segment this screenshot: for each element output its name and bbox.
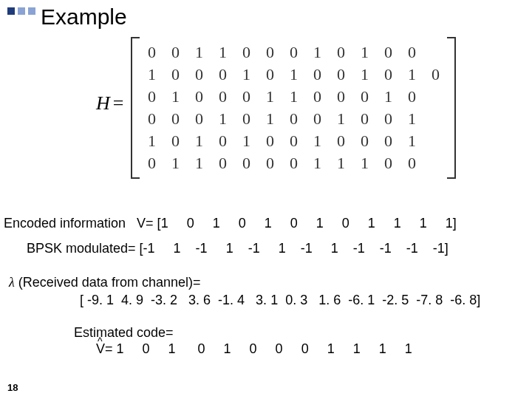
lambda-text: (Received data from channel)= bbox=[18, 275, 201, 290]
matrix-cell: 1 bbox=[187, 152, 211, 174]
equals-sign: = bbox=[113, 92, 124, 114]
matrix-cell: 0 bbox=[187, 86, 211, 108]
matrix-cell: 0 bbox=[140, 86, 163, 108]
matrix-row: 010001100010 bbox=[140, 86, 447, 108]
matrix-cell: 0 bbox=[163, 64, 187, 86]
matrix-row: 1000101001010 bbox=[140, 64, 447, 86]
matrix-cell: 1 bbox=[211, 108, 234, 130]
matrix-cell: 0 bbox=[376, 108, 400, 130]
matrix-cell: 0 bbox=[187, 108, 211, 130]
slide-title: Example bbox=[41, 4, 127, 30]
matrix-row: 011000011100 bbox=[140, 152, 447, 174]
matrix-cell: 1 bbox=[258, 86, 282, 108]
matrix-cell: 0 bbox=[282, 130, 305, 152]
matrix-cell: 1 bbox=[211, 41, 234, 64]
matrix-cell: 1 bbox=[352, 41, 376, 64]
matrix-cell: 0 bbox=[211, 130, 234, 152]
matrix-cell: 0 bbox=[329, 86, 352, 108]
matrix-equation: H= 0011000101001000101001010010001100010… bbox=[96, 37, 456, 179]
matrix-cell: 1 bbox=[258, 108, 282, 130]
matrix-cell: 0 bbox=[305, 64, 329, 86]
matrix-cell: 0 bbox=[211, 86, 234, 108]
matrix-cell: 1 bbox=[163, 152, 187, 174]
matrix-cell: 0 bbox=[163, 41, 187, 64]
matrix-cell: 0 bbox=[352, 130, 376, 152]
matrix-brackets: 0011000101001000101001010010001100010000… bbox=[131, 37, 456, 179]
matrix-cell: 1 bbox=[400, 64, 423, 86]
matrix-cell: 0 bbox=[423, 64, 447, 86]
encoded-info-line: Encoded information V= [1 0 1 0 1 0 1 0 … bbox=[4, 216, 457, 231]
matrix-cell: 0 bbox=[211, 152, 234, 174]
matrix-cell: 1 bbox=[329, 108, 352, 130]
matrix-cell: 1 bbox=[305, 130, 329, 152]
matrix-cell: 1 bbox=[329, 152, 352, 174]
matrix-cell: 0 bbox=[305, 86, 329, 108]
matrix-h: 0011000101001000101001010010001100010000… bbox=[140, 41, 447, 174]
title-bullets bbox=[7, 7, 35, 15]
matrix-cell: 1 bbox=[400, 130, 423, 152]
matrix-cell: 1 bbox=[187, 130, 211, 152]
matrix-cell: 0 bbox=[352, 86, 376, 108]
lambda-symbol: λ bbox=[9, 275, 15, 290]
bullet-square-light bbox=[18, 7, 25, 15]
matrix-cell: 1 bbox=[163, 86, 187, 108]
matrix-cell: 1 bbox=[140, 130, 163, 152]
matrix-cell: 0 bbox=[282, 152, 305, 174]
matrix-cell: 0 bbox=[258, 152, 282, 174]
bullet-square-dark bbox=[7, 7, 15, 15]
matrix-cell: 0 bbox=[376, 130, 400, 152]
matrix-cell: 1 bbox=[234, 130, 258, 152]
matrix-cell: 0 bbox=[163, 130, 187, 152]
lambda-values-line: [ -9. 1 4. 9 -3. 2 3. 6 -1. 4 3. 1 0. 3 … bbox=[80, 293, 480, 308]
matrix-cell: 0 bbox=[211, 64, 234, 86]
matrix-cell: 1 bbox=[400, 108, 423, 130]
matrix-cell: 0 bbox=[329, 41, 352, 64]
estimated-code-label: Estimated code= bbox=[74, 325, 174, 341]
matrix-cell: 0 bbox=[140, 152, 163, 174]
matrix-cell: 0 bbox=[282, 41, 305, 64]
matrix-cell: 0 bbox=[234, 86, 258, 108]
estimated-code-values: V= 1 0 1 0 1 0 0 0 1 1 1 1 bbox=[96, 341, 412, 357]
matrix-cell: 1 bbox=[352, 152, 376, 174]
matrix-label: H= bbox=[96, 92, 123, 115]
page-number: 18 bbox=[7, 382, 18, 393]
matrix-cell: 1 bbox=[282, 86, 305, 108]
matrix-row: 001100010100 bbox=[140, 41, 447, 64]
matrix-cell: 1 bbox=[234, 64, 258, 86]
lambda-label-line: λ (Received data from channel)= bbox=[9, 275, 200, 290]
matrix-cell: 1 bbox=[352, 64, 376, 86]
matrix-cell: 0 bbox=[140, 41, 163, 64]
matrix-cell: 1 bbox=[187, 41, 211, 64]
matrix-cell: 0 bbox=[187, 64, 211, 86]
matrix-row: 101010010001 bbox=[140, 130, 447, 152]
matrix-cell: 0 bbox=[305, 108, 329, 130]
bpsk-modulated-line: BPSK modulated= [-1 1 -1 1 -1 1 -1 1 -1 … bbox=[27, 241, 449, 256]
matrix-cell: 0 bbox=[329, 130, 352, 152]
matrix-cell: 0 bbox=[400, 152, 423, 174]
bullet-square-light bbox=[28, 7, 35, 15]
matrix-cell: 0 bbox=[234, 41, 258, 64]
matrix-cell: 0 bbox=[234, 152, 258, 174]
matrix-cell: 0 bbox=[282, 108, 305, 130]
matrix-symbol: H bbox=[96, 92, 110, 114]
matrix-cell: 0 bbox=[329, 64, 352, 86]
matrix-cell: 1 bbox=[305, 41, 329, 64]
matrix-cell: 0 bbox=[140, 108, 163, 130]
matrix-cell: 1 bbox=[282, 64, 305, 86]
matrix-cell: 0 bbox=[352, 108, 376, 130]
matrix-row: 000101001001 bbox=[140, 108, 447, 130]
matrix-cell: 0 bbox=[258, 64, 282, 86]
matrix-cell: 0 bbox=[163, 108, 187, 130]
matrix-cell: 1 bbox=[140, 64, 163, 86]
matrix-cell: 0 bbox=[258, 130, 282, 152]
matrix-cell: 1 bbox=[305, 152, 329, 174]
matrix-cell: 1 bbox=[376, 86, 400, 108]
matrix-cell: 0 bbox=[376, 64, 400, 86]
matrix-cell: 0 bbox=[234, 108, 258, 130]
matrix-cell: 0 bbox=[258, 41, 282, 64]
matrix-cell: 0 bbox=[376, 41, 400, 64]
matrix-cell: 0 bbox=[376, 152, 400, 174]
matrix-cell: 0 bbox=[400, 41, 423, 64]
matrix-cell: 0 bbox=[400, 86, 423, 108]
